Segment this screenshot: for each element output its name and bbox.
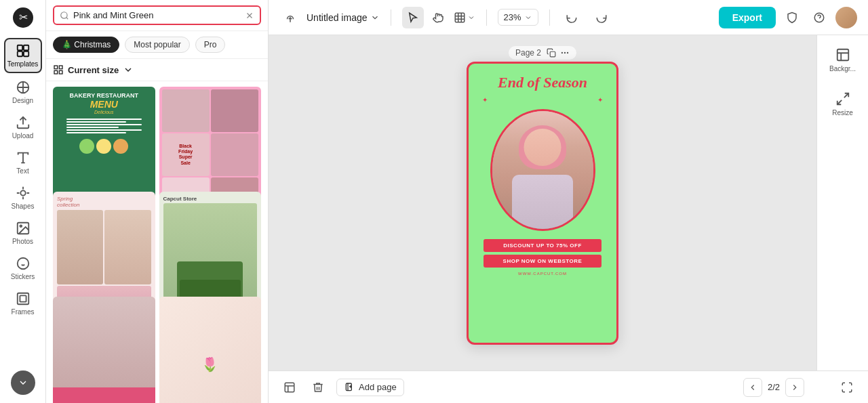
undo-btn[interactable] — [561, 7, 583, 28]
sidebar-item-shapes[interactable]: Shapes — [4, 182, 42, 214]
design-oval — [490, 109, 595, 231]
sidebar-item-photos[interactable]: Photos — [4, 217, 42, 249]
template-thumb-5[interactable]: FASHION — [53, 297, 155, 403]
tmpl3-text: Springcollection — [57, 196, 151, 208]
template-grid: BAKERY RESTAURANT MENU Delicious — [46, 81, 268, 403]
chevron-right-icon — [790, 383, 800, 392]
svg-rect-23 — [455, 13, 465, 22]
page-settings-btn[interactable] — [279, 377, 300, 398]
sidebar-expand-btn[interactable] — [11, 370, 35, 395]
design-canvas-title: End of Season — [498, 75, 587, 91]
sidebar-item-templates[interactable]: Templates — [4, 38, 42, 73]
cloud-upload-btn[interactable] — [279, 7, 301, 28]
svg-rect-4 — [17, 51, 22, 56]
help-icon — [813, 12, 825, 24]
filter-tab-popular[interactable]: Most popular — [125, 37, 189, 53]
tmpl4-brand: Capcut Store — [163, 196, 258, 202]
hand-icon — [433, 12, 445, 24]
tmpl1-subtitle: BAKERY RESTAURANT — [70, 92, 138, 99]
bottom-left-tools: Add page — [279, 377, 404, 398]
zoom-value: 23% — [504, 12, 521, 22]
sidebar-photos-label: Photos — [12, 238, 33, 245]
svg-point-27 — [568, 52, 568, 53]
delete-page-btn[interactable] — [308, 377, 328, 398]
design-canvas[interactable]: End of Season ✦ ✦ DISCOUNT UP TO 75% OFF — [467, 62, 618, 345]
frame-tool-btn[interactable] — [454, 7, 475, 28]
model-head — [524, 129, 561, 166]
size-filter[interactable]: Current size — [46, 59, 268, 81]
frame-icon — [454, 12, 466, 24]
bottom-nav: 2/2 — [743, 378, 804, 397]
svg-rect-25 — [550, 51, 555, 57]
design-url: WWW.CAPCUT.COM — [518, 272, 567, 276]
background-tool[interactable]: Backgr... — [823, 43, 863, 77]
svg-point-14 — [61, 12, 67, 18]
avatar[interactable] — [835, 7, 857, 28]
file-title[interactable]: Untitled image — [307, 12, 380, 23]
file-dropdown-icon — [370, 13, 380, 22]
template-panel: 🎄 Christmas Most popular Pro Current siz… — [46, 0, 269, 403]
export-button[interactable]: Export — [719, 7, 776, 28]
svg-point-8 — [20, 190, 25, 195]
sidebar-text-label: Text — [16, 167, 28, 175]
page-label: Page 2 — [509, 46, 576, 60]
toolbar-tools — [402, 7, 475, 28]
sidebar-frames-label: Frames — [12, 308, 35, 316]
redo-btn[interactable] — [591, 7, 612, 28]
svg-rect-32 — [285, 383, 294, 392]
svg-rect-2 — [17, 45, 22, 50]
chevron-left-icon — [748, 383, 757, 392]
svg-point-28 — [561, 52, 562, 53]
page-settings-icon — [283, 381, 296, 394]
fullscreen-btn[interactable] — [837, 377, 857, 398]
sidebar-design-label: Design — [12, 97, 33, 104]
sidebar-item-text[interactable]: Text — [4, 146, 42, 179]
shield-btn[interactable] — [781, 7, 803, 28]
svg-rect-29 — [837, 49, 848, 61]
trash-icon — [312, 381, 324, 394]
undo-icon — [566, 12, 578, 24]
add-page-btn[interactable]: Add page — [336, 379, 404, 396]
tmpl1-menu: MENU — [90, 99, 118, 110]
frame-dropdown-icon — [467, 14, 475, 22]
app-logo[interactable]: ✂ — [11, 5, 35, 30]
design-model — [492, 111, 593, 229]
design-discount-btn: DISCOUNT UP TO 75% OFF — [484, 239, 602, 252]
help-btn[interactable] — [808, 7, 830, 28]
svg-point-11 — [17, 258, 28, 270]
svg-rect-19 — [59, 66, 62, 69]
svg-line-30 — [844, 93, 848, 98]
copy-page-icon[interactable] — [547, 48, 556, 58]
sidebar-item-stickers[interactable]: Stickers — [4, 252, 42, 284]
zoom-dropdown-icon — [524, 14, 532, 22]
svg-line-31 — [837, 100, 841, 104]
next-page-btn[interactable] — [785, 378, 804, 397]
clear-icon[interactable] — [245, 11, 254, 20]
search-input-wrap[interactable] — [53, 5, 261, 25]
page-more-icon[interactable] — [560, 48, 570, 58]
bottom-bar: Add page 2/2 — [269, 370, 868, 403]
prev-page-btn[interactable] — [743, 378, 762, 397]
add-page-icon — [344, 382, 355, 393]
sidebar-item-frames[interactable]: Frames — [4, 287, 42, 320]
filter-tab-christmas[interactable]: 🎄 Christmas — [53, 37, 119, 53]
toolbar-left: Untitled image — [279, 7, 380, 28]
zoom-control[interactable]: 23% — [498, 9, 538, 26]
toolbar-separator — [391, 9, 391, 26]
sidebar-item-design[interactable]: Design — [4, 76, 42, 108]
right-panel: Backgr... Resize — [816, 35, 868, 370]
svg-rect-13 — [20, 295, 26, 301]
resize-tool[interactable]: Resize — [823, 87, 863, 121]
toolbar-sep-3 — [549, 9, 550, 26]
sidebar-item-upload[interactable]: Upload — [4, 111, 42, 144]
add-page-label: Add page — [359, 382, 397, 392]
template-thumb-6[interactable]: 🌷 — [159, 297, 262, 403]
hand-tool-btn[interactable] — [428, 7, 450, 28]
search-icon — [60, 11, 69, 20]
left-sidebar: ✂ Templates Design Upload Text — [0, 0, 46, 403]
svg-point-26 — [564, 52, 565, 53]
toolbar: Untitled image — [269, 0, 868, 35]
search-input[interactable] — [73, 10, 241, 20]
select-tool-btn[interactable] — [402, 7, 424, 28]
filter-tab-pro[interactable]: Pro — [195, 37, 226, 53]
